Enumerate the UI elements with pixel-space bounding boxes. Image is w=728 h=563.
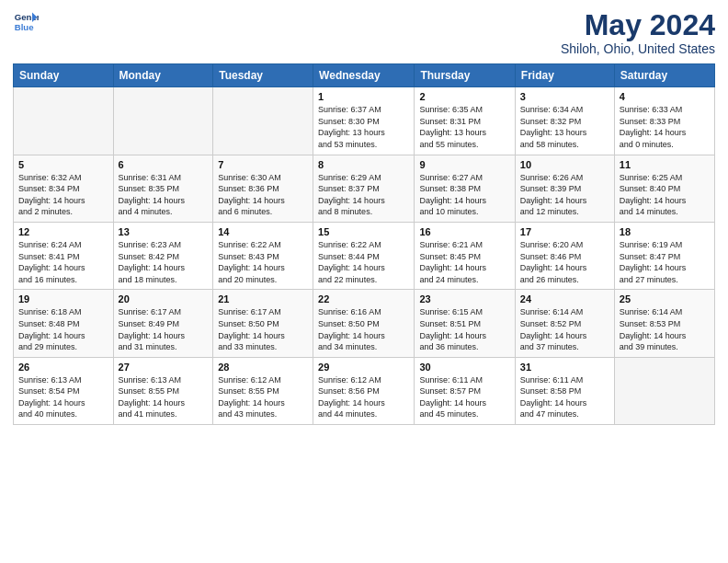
day-info: Sunrise: 6:19 AM Sunset: 8:47 PM Dayligh… bbox=[620, 239, 710, 285]
day-info: Sunrise: 6:13 AM Sunset: 8:55 PM Dayligh… bbox=[119, 374, 209, 420]
day-number: 29 bbox=[318, 362, 409, 373]
calendar-cell bbox=[213, 87, 313, 155]
day-number: 1 bbox=[318, 91, 409, 102]
day-number: 26 bbox=[18, 362, 108, 373]
week-row-3: 12Sunrise: 6:24 AM Sunset: 8:41 PM Dayli… bbox=[14, 222, 715, 289]
day-header-saturday: Saturday bbox=[614, 64, 714, 87]
day-number: 3 bbox=[520, 91, 609, 102]
day-info: Sunrise: 6:14 AM Sunset: 8:53 PM Dayligh… bbox=[620, 306, 710, 352]
calendar-cell: 8Sunrise: 6:29 AM Sunset: 8:37 PM Daylig… bbox=[313, 155, 415, 222]
day-number: 28 bbox=[218, 362, 308, 373]
day-info: Sunrise: 6:27 AM Sunset: 8:38 PM Dayligh… bbox=[419, 172, 509, 218]
day-number: 19 bbox=[18, 293, 108, 304]
day-info: Sunrise: 6:25 AM Sunset: 8:40 PM Dayligh… bbox=[620, 172, 710, 218]
location-title: Shiloh, Ohio, United States bbox=[561, 41, 715, 56]
calendar-cell: 5Sunrise: 6:32 AM Sunset: 8:34 PM Daylig… bbox=[14, 155, 114, 222]
day-info: Sunrise: 6:31 AM Sunset: 8:35 PM Dayligh… bbox=[119, 172, 209, 218]
day-number: 5 bbox=[18, 159, 108, 170]
day-info: Sunrise: 6:29 AM Sunset: 8:37 PM Dayligh… bbox=[318, 172, 409, 218]
day-header-wednesday: Wednesday bbox=[313, 64, 415, 87]
day-number: 4 bbox=[620, 91, 710, 102]
calendar-cell: 9Sunrise: 6:27 AM Sunset: 8:38 PM Daylig… bbox=[415, 155, 515, 222]
calendar-cell: 15Sunrise: 6:22 AM Sunset: 8:44 PM Dayli… bbox=[313, 222, 415, 289]
day-info: Sunrise: 6:34 AM Sunset: 8:32 PM Dayligh… bbox=[520, 104, 609, 150]
day-number: 24 bbox=[520, 293, 609, 304]
calendar-cell: 20Sunrise: 6:17 AM Sunset: 8:49 PM Dayli… bbox=[113, 290, 213, 357]
day-info: Sunrise: 6:22 AM Sunset: 8:44 PM Dayligh… bbox=[318, 239, 409, 285]
calendar-cell: 30Sunrise: 6:11 AM Sunset: 8:57 PM Dayli… bbox=[415, 357, 515, 424]
day-number: 20 bbox=[119, 293, 209, 304]
day-info: Sunrise: 6:37 AM Sunset: 8:30 PM Dayligh… bbox=[318, 104, 409, 150]
calendar-cell: 17Sunrise: 6:20 AM Sunset: 8:46 PM Dayli… bbox=[515, 222, 614, 289]
calendar-cell: 18Sunrise: 6:19 AM Sunset: 8:47 PM Dayli… bbox=[614, 222, 714, 289]
day-header-sunday: Sunday bbox=[14, 64, 114, 87]
day-header-thursday: Thursday bbox=[415, 64, 515, 87]
day-info: Sunrise: 6:32 AM Sunset: 8:34 PM Dayligh… bbox=[18, 172, 108, 218]
day-info: Sunrise: 6:16 AM Sunset: 8:50 PM Dayligh… bbox=[318, 306, 409, 352]
calendar-cell: 29Sunrise: 6:12 AM Sunset: 8:56 PM Dayli… bbox=[313, 357, 415, 424]
calendar-cell: 25Sunrise: 6:14 AM Sunset: 8:53 PM Dayli… bbox=[614, 290, 714, 357]
calendar-cell: 6Sunrise: 6:31 AM Sunset: 8:35 PM Daylig… bbox=[113, 155, 213, 222]
day-number: 6 bbox=[119, 159, 209, 170]
day-number: 18 bbox=[620, 226, 710, 237]
svg-text:Blue: Blue bbox=[15, 22, 34, 32]
calendar-cell: 23Sunrise: 6:15 AM Sunset: 8:51 PM Dayli… bbox=[415, 290, 515, 357]
week-row-1: 1Sunrise: 6:37 AM Sunset: 8:30 PM Daylig… bbox=[14, 87, 715, 155]
calendar-cell: 3Sunrise: 6:34 AM Sunset: 8:32 PM Daylig… bbox=[515, 87, 614, 155]
logo: General Blue General Blue bbox=[13, 9, 39, 35]
day-info: Sunrise: 6:11 AM Sunset: 8:58 PM Dayligh… bbox=[520, 374, 609, 420]
calendar-cell: 26Sunrise: 6:13 AM Sunset: 8:54 PM Dayli… bbox=[14, 357, 114, 424]
calendar-page: General Blue General Blue May 2024 Shilo… bbox=[0, 0, 728, 563]
day-number: 2 bbox=[419, 91, 509, 102]
day-info: Sunrise: 6:17 AM Sunset: 8:49 PM Dayligh… bbox=[119, 306, 209, 352]
day-number: 7 bbox=[218, 159, 308, 170]
calendar-cell: 28Sunrise: 6:12 AM Sunset: 8:55 PM Dayli… bbox=[213, 357, 313, 424]
day-number: 17 bbox=[520, 226, 609, 237]
logo-icon: General Blue bbox=[13, 9, 39, 35]
week-row-5: 26Sunrise: 6:13 AM Sunset: 8:54 PM Dayli… bbox=[14, 357, 715, 424]
calendar-cell: 2Sunrise: 6:35 AM Sunset: 8:31 PM Daylig… bbox=[415, 87, 515, 155]
calendar-cell: 14Sunrise: 6:22 AM Sunset: 8:43 PM Dayli… bbox=[213, 222, 313, 289]
day-info: Sunrise: 6:20 AM Sunset: 8:46 PM Dayligh… bbox=[520, 239, 609, 285]
day-number: 9 bbox=[419, 159, 509, 170]
calendar-cell: 1Sunrise: 6:37 AM Sunset: 8:30 PM Daylig… bbox=[313, 87, 415, 155]
calendar-cell: 4Sunrise: 6:33 AM Sunset: 8:33 PM Daylig… bbox=[614, 87, 714, 155]
calendar-cell: 7Sunrise: 6:30 AM Sunset: 8:36 PM Daylig… bbox=[213, 155, 313, 222]
day-info: Sunrise: 6:22 AM Sunset: 8:43 PM Dayligh… bbox=[218, 239, 308, 285]
day-info: Sunrise: 6:12 AM Sunset: 8:55 PM Dayligh… bbox=[218, 374, 308, 420]
calendar-cell: 12Sunrise: 6:24 AM Sunset: 8:41 PM Dayli… bbox=[14, 222, 114, 289]
day-number: 10 bbox=[520, 159, 609, 170]
day-number: 25 bbox=[620, 293, 710, 304]
day-info: Sunrise: 6:15 AM Sunset: 8:51 PM Dayligh… bbox=[419, 306, 509, 352]
calendar-cell: 22Sunrise: 6:16 AM Sunset: 8:50 PM Dayli… bbox=[313, 290, 415, 357]
day-number: 31 bbox=[520, 362, 609, 373]
calendar-cell bbox=[14, 87, 114, 155]
day-number: 11 bbox=[620, 159, 710, 170]
calendar-cell: 11Sunrise: 6:25 AM Sunset: 8:40 PM Dayli… bbox=[614, 155, 714, 222]
calendar-cell: 24Sunrise: 6:14 AM Sunset: 8:52 PM Dayli… bbox=[515, 290, 614, 357]
day-info: Sunrise: 6:33 AM Sunset: 8:33 PM Dayligh… bbox=[620, 104, 710, 150]
calendar-cell: 16Sunrise: 6:21 AM Sunset: 8:45 PM Dayli… bbox=[415, 222, 515, 289]
calendar-cell: 10Sunrise: 6:26 AM Sunset: 8:39 PM Dayli… bbox=[515, 155, 614, 222]
day-number: 14 bbox=[218, 226, 308, 237]
week-row-4: 19Sunrise: 6:18 AM Sunset: 8:48 PM Dayli… bbox=[14, 290, 715, 357]
day-header-tuesday: Tuesday bbox=[213, 64, 313, 87]
day-info: Sunrise: 6:21 AM Sunset: 8:45 PM Dayligh… bbox=[419, 239, 509, 285]
day-header-monday: Monday bbox=[113, 64, 213, 87]
day-number: 13 bbox=[119, 226, 209, 237]
day-info: Sunrise: 6:18 AM Sunset: 8:48 PM Dayligh… bbox=[18, 306, 108, 352]
day-number: 27 bbox=[119, 362, 209, 373]
day-number: 16 bbox=[419, 226, 509, 237]
calendar-cell bbox=[113, 87, 213, 155]
month-title: May 2024 bbox=[561, 9, 715, 41]
day-number: 21 bbox=[218, 293, 308, 304]
day-info: Sunrise: 6:23 AM Sunset: 8:42 PM Dayligh… bbox=[119, 239, 209, 285]
calendar-table: SundayMondayTuesdayWednesdayThursdayFrid… bbox=[13, 63, 715, 425]
calendar-cell: 13Sunrise: 6:23 AM Sunset: 8:42 PM Dayli… bbox=[113, 222, 213, 289]
week-row-2: 5Sunrise: 6:32 AM Sunset: 8:34 PM Daylig… bbox=[14, 155, 715, 222]
day-number: 30 bbox=[419, 362, 509, 373]
day-info: Sunrise: 6:24 AM Sunset: 8:41 PM Dayligh… bbox=[18, 239, 108, 285]
day-number: 12 bbox=[18, 226, 108, 237]
day-info: Sunrise: 6:11 AM Sunset: 8:57 PM Dayligh… bbox=[419, 374, 509, 420]
calendar-cell: 31Sunrise: 6:11 AM Sunset: 8:58 PM Dayli… bbox=[515, 357, 614, 424]
